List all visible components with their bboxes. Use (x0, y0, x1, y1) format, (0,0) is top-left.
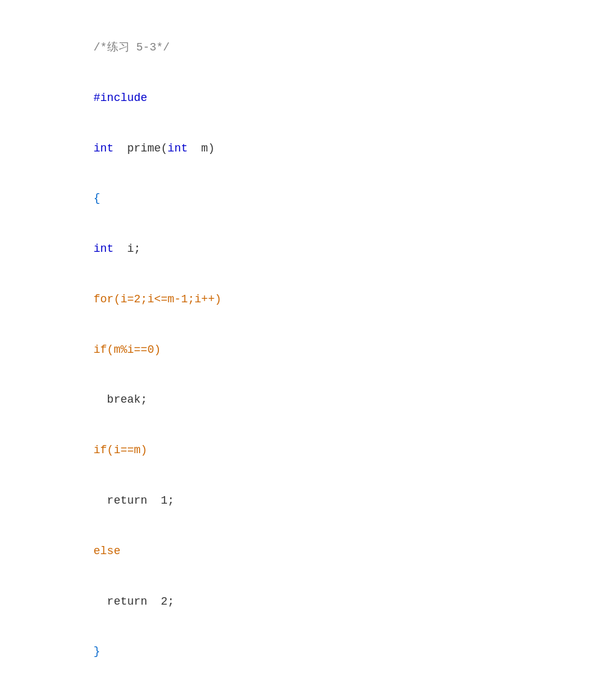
line-else: else (93, 541, 589, 561)
func-name: prime( (113, 142, 167, 155)
line-if2: if(i==m) (93, 440, 589, 460)
blank-line (93, 515, 589, 535)
var-decl: i; (113, 242, 140, 255)
blank-line (93, 62, 589, 82)
line-open-brace: { (93, 188, 589, 208)
blank-line (93, 415, 589, 435)
code-container: /*练习 5-3*/ #include int prime(int m) { i… (0, 0, 589, 700)
line-function-decl: int prime(int m) (93, 138, 589, 158)
line-declaration: int i; (93, 239, 589, 259)
blank-line (93, 365, 589, 385)
blank-line (93, 163, 589, 183)
param: m) (188, 142, 214, 155)
keyword-int2: int (168, 142, 188, 155)
blank-line (93, 113, 589, 133)
line-close-brace: } (93, 641, 589, 661)
blank-line (93, 616, 589, 636)
line-for: for(i=2;i<=m-1;i++) (93, 289, 589, 309)
line-if1: if(m%i==0) (93, 340, 589, 360)
line-break: break; (93, 390, 589, 410)
line-preprocessor: #include (93, 88, 589, 108)
keyword-int: int (93, 142, 113, 155)
blank-line (93, 566, 589, 586)
line-return2: return 2; (93, 592, 589, 611)
line-return1: return 1; (93, 491, 589, 511)
blank-line (93, 214, 589, 234)
blank-line (93, 314, 589, 334)
blank-line (93, 264, 589, 284)
blank-line (93, 466, 589, 486)
line-comment: /*练习 5-3*/ (93, 37, 589, 57)
keyword-int3: int (93, 242, 113, 255)
